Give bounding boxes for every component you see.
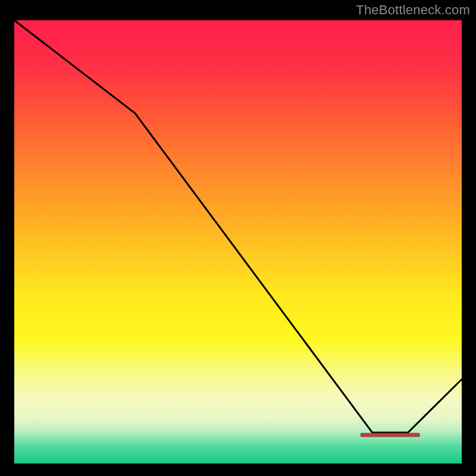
chart-container: TheBottleneck.com bbox=[0, 0, 476, 476]
chart-svg bbox=[14, 20, 462, 464]
svg-rect-1 bbox=[361, 433, 420, 437]
attribution-label: TheBottleneck.com bbox=[356, 2, 470, 18]
svg-rect-0 bbox=[14, 20, 462, 464]
plot-area bbox=[14, 20, 462, 464]
